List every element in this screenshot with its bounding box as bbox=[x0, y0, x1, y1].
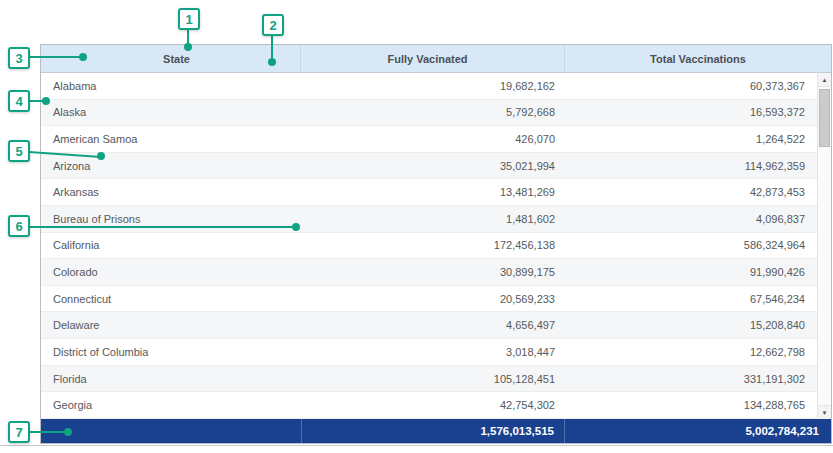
annotation-dot-4 bbox=[42, 97, 50, 105]
scrollbar-up-arrow-icon[interactable]: ▲ bbox=[818, 73, 831, 87]
annotation-dot-5 bbox=[97, 152, 105, 160]
cell-total-vaccinations: 4,096,837 bbox=[565, 213, 831, 225]
cell-fully-vaccinated: 20,569,233 bbox=[301, 293, 565, 305]
table-row[interactable]: Delaware4,656,49715,208,840 bbox=[41, 312, 831, 339]
annotation-dot-1 bbox=[184, 43, 192, 51]
annotation-callout-7: 7 bbox=[8, 421, 30, 443]
cell-fully-vaccinated: 35,021,994 bbox=[301, 160, 565, 172]
column-header-total-vaccinations[interactable]: Total Vaccinations bbox=[565, 45, 831, 72]
totals-total-vaccinations-value: 5,002,784,231 bbox=[565, 425, 831, 437]
cell-fully-vaccinated: 42,754,302 bbox=[301, 399, 565, 411]
table-row[interactable]: Alaska5,792,66816,593,372 bbox=[41, 100, 831, 127]
vertical-scrollbar[interactable]: ▲ ▼ bbox=[817, 73, 831, 419]
cell-fully-vaccinated: 1,481,602 bbox=[301, 213, 565, 225]
cell-state: Arkansas bbox=[41, 186, 301, 198]
cell-fully-vaccinated: 3,018,447 bbox=[301, 346, 565, 358]
cell-total-vaccinations: 586,324,964 bbox=[565, 239, 831, 251]
cell-state: District of Columbia bbox=[41, 346, 301, 358]
cell-fully-vaccinated: 30,899,175 bbox=[301, 266, 565, 278]
annotation-dot-3 bbox=[79, 53, 87, 61]
cell-state: Delaware bbox=[41, 319, 301, 331]
scrollbar-down-arrow-icon[interactable]: ▼ bbox=[818, 405, 831, 419]
annotation-line-3 bbox=[29, 56, 83, 58]
cell-state: Arizona bbox=[41, 160, 301, 172]
cell-state: American Samoa bbox=[41, 133, 301, 145]
table-header-row: State Fully Vacinated Total Vaccinations bbox=[41, 45, 831, 73]
cell-state: Connecticut bbox=[41, 293, 301, 305]
cell-total-vaccinations: 60,373,367 bbox=[565, 80, 831, 92]
table-row[interactable]: Arizona35,021,994114,962,359 bbox=[41, 153, 831, 180]
cell-fully-vaccinated: 4,656,497 bbox=[301, 319, 565, 331]
table-row[interactable]: Connecticut20,569,23367,546,234 bbox=[41, 286, 831, 313]
annotation-callout-3: 3 bbox=[8, 47, 30, 69]
annotation-callout-6: 6 bbox=[8, 215, 30, 237]
annotation-callout-1: 1 bbox=[178, 8, 200, 30]
cell-fully-vaccinated: 105,128,451 bbox=[301, 373, 565, 385]
table-row[interactable]: American Samoa426,0701,264,522 bbox=[41, 126, 831, 153]
cell-state: Florida bbox=[41, 373, 301, 385]
cell-total-vaccinations: 91,990,426 bbox=[565, 266, 831, 278]
annotation-dot-7 bbox=[64, 428, 72, 436]
cell-state: Alabama bbox=[41, 80, 301, 92]
annotation-dot-6 bbox=[292, 223, 300, 231]
column-header-fully-vaccinated[interactable]: Fully Vacinated bbox=[301, 45, 565, 72]
annotation-callout-2: 2 bbox=[262, 14, 284, 36]
page-bottom-border bbox=[0, 445, 833, 446]
cell-total-vaccinations: 42,873,453 bbox=[565, 186, 831, 198]
cell-state: Alaska bbox=[41, 106, 301, 118]
totals-row: 1,576,013,515 5,002,784,231 bbox=[41, 419, 831, 443]
cell-total-vaccinations: 12,662,798 bbox=[565, 346, 831, 358]
table-row[interactable]: District of Columbia3,018,44712,662,798 bbox=[41, 339, 831, 366]
annotation-dot-2 bbox=[268, 58, 276, 66]
cell-fully-vaccinated: 19,682,162 bbox=[301, 80, 565, 92]
cell-fully-vaccinated: 13,481,269 bbox=[301, 186, 565, 198]
annotation-callout-5: 5 bbox=[8, 140, 30, 162]
cell-total-vaccinations: 67,546,234 bbox=[565, 293, 831, 305]
cell-fully-vaccinated: 426,070 bbox=[301, 133, 565, 145]
cell-state: California bbox=[41, 239, 301, 251]
cell-state: Bureau of Prisons bbox=[41, 213, 301, 225]
annotation-callout-4: 4 bbox=[8, 90, 30, 112]
table-row[interactable]: Colorado30,899,17591,990,426 bbox=[41, 259, 831, 286]
table-body: Alabama19,682,16260,373,367Alaska5,792,6… bbox=[41, 73, 831, 419]
cell-total-vaccinations: 16,593,372 bbox=[565, 106, 831, 118]
table-row[interactable]: Arkansas13,481,26942,873,453 bbox=[41, 179, 831, 206]
vaccination-table: State Fully Vacinated Total Vaccinations… bbox=[40, 44, 832, 444]
table-row[interactable]: Alabama19,682,16260,373,367 bbox=[41, 73, 831, 100]
cell-total-vaccinations: 15,208,840 bbox=[565, 319, 831, 331]
cell-fully-vaccinated: 5,792,668 bbox=[301, 106, 565, 118]
cell-total-vaccinations: 1,264,522 bbox=[565, 133, 831, 145]
table-row[interactable]: Florida105,128,451331,191,302 bbox=[41, 366, 831, 393]
cell-total-vaccinations: 134,288,765 bbox=[565, 399, 831, 411]
table-row[interactable]: California172,456,138586,324,964 bbox=[41, 233, 831, 260]
cell-total-vaccinations: 331,191,302 bbox=[565, 373, 831, 385]
annotation-line-7 bbox=[29, 431, 67, 433]
scrollbar-thumb[interactable] bbox=[819, 89, 830, 147]
annotation-line-6 bbox=[29, 226, 295, 228]
screenshot-root: State Fully Vacinated Total Vaccinations… bbox=[0, 0, 833, 453]
cell-total-vaccinations: 114,962,359 bbox=[565, 160, 831, 172]
cell-state: Georgia bbox=[41, 399, 301, 411]
cell-state: Colorado bbox=[41, 266, 301, 278]
table-row[interactable]: Bureau of Prisons1,481,6024,096,837 bbox=[41, 206, 831, 233]
cell-fully-vaccinated: 172,456,138 bbox=[301, 239, 565, 251]
table-row[interactable]: Georgia42,754,302134,288,765 bbox=[41, 392, 831, 419]
totals-fully-vaccinated-value: 1,576,013,515 bbox=[301, 419, 565, 443]
